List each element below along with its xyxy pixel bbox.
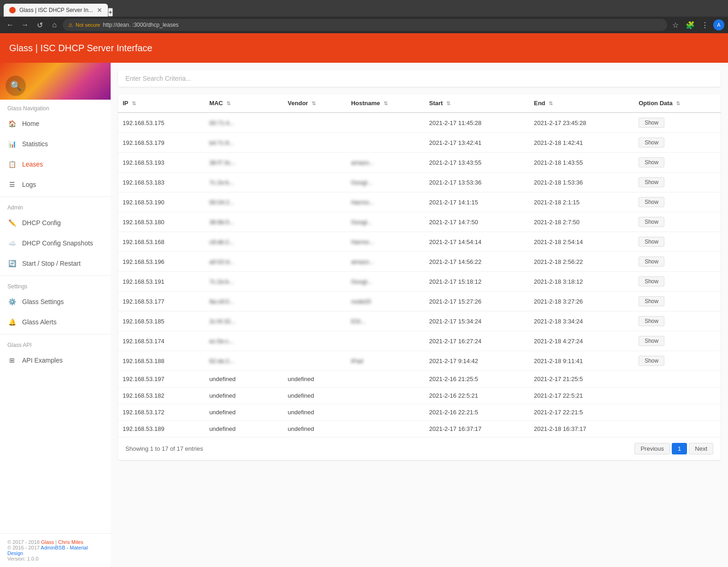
search-input[interactable] xyxy=(125,75,713,82)
cell-hostname xyxy=(346,404,424,421)
table-row: 192.168.53.197 undefined undefined 2021-… xyxy=(118,371,721,388)
hostname-sort-icon: ⇅ xyxy=(384,101,388,106)
show-option-button[interactable]: Show xyxy=(639,118,664,128)
new-tab-button[interactable]: + xyxy=(108,8,113,17)
col-ip[interactable]: IP ⇅ xyxy=(118,94,205,113)
table-row: 192.168.53.193 38:f7:3c... amazo... 2021… xyxy=(118,153,721,173)
col-start[interactable]: Start ⇅ xyxy=(425,94,529,113)
forward-button[interactable]: → xyxy=(18,18,31,31)
cell-vendor xyxy=(283,331,346,351)
col-vendor[interactable]: Vendor ⇅ xyxy=(283,94,346,113)
cell-mac: ec:0e:c... xyxy=(205,331,283,351)
cell-vendor xyxy=(283,153,346,173)
page-1-button[interactable]: 1 xyxy=(672,443,687,454)
cell-start: 2021-2-16 22:5:21 xyxy=(425,388,529,404)
cell-start: 2021-2-17 14:54:14 xyxy=(425,232,529,252)
cell-option-data[interactable]: Show xyxy=(634,173,721,192)
show-option-button[interactable]: Show xyxy=(639,197,664,207)
show-option-button[interactable]: Show xyxy=(639,257,664,267)
cell-vendor xyxy=(283,133,346,153)
sidebar-item-start-stop[interactable]: 🔄 Start / Stop / Restart xyxy=(0,253,111,274)
leases-table-container: IP ⇅ MAC ⇅ Vendor ⇅ Hostname ⇅ Start ⇅ E… xyxy=(118,94,721,460)
cell-option-data[interactable]: Show xyxy=(634,252,721,272)
cell-start: 2021-2-17 13:42:41 xyxy=(425,133,529,153)
table-row: 192.168.53.179 b4:7c:9... 2021-2-17 13:4… xyxy=(118,133,721,153)
cell-option-data[interactable]: Show xyxy=(634,232,721,252)
url-display: http://dean. :3000/dhcp_leases xyxy=(103,22,178,28)
cell-mac: 7c:2e:b... xyxy=(205,272,283,292)
cell-ip: 192.168.53.175 xyxy=(118,113,205,133)
cell-option-data[interactable]: Show xyxy=(634,153,721,173)
dhcp-snapshots-icon: ☁️ xyxy=(7,239,17,248)
col-hostname[interactable]: Hostname ⇅ xyxy=(346,94,424,113)
cell-option-data[interactable]: Show xyxy=(634,192,721,212)
cell-option-data[interactable]: Show xyxy=(634,212,721,232)
next-button[interactable]: Next xyxy=(689,443,713,454)
sidebar-search-button[interactable]: 🔍 xyxy=(6,76,26,96)
menu-button[interactable]: ⋮ xyxy=(698,18,711,31)
cell-option-data[interactable]: Show xyxy=(634,272,721,292)
cell-option-data[interactable]: Show xyxy=(634,113,721,133)
show-option-button[interactable]: Show xyxy=(639,237,664,247)
extensions-button[interactable]: 🧩 xyxy=(684,18,697,31)
col-option-data[interactable]: Option Data ⇅ xyxy=(634,94,721,113)
close-tab-button[interactable]: ✕ xyxy=(97,6,102,14)
cell-start: 2021-2-17 15:34:24 xyxy=(425,311,529,331)
sidebar-item-dhcp-config[interactable]: ✏️ DHCP Config xyxy=(0,213,111,233)
bookmark-button[interactable]: ☆ xyxy=(669,18,682,31)
refresh-button[interactable]: ↺ xyxy=(33,18,46,31)
cell-vendor: undefined xyxy=(283,371,346,388)
footer-chris-link[interactable]: Chris Miles xyxy=(58,539,83,545)
sidebar: 🔍 Glass Navigation 🏠 Home 📊 Statistics 📋… xyxy=(0,63,111,567)
col-mac[interactable]: MAC ⇅ xyxy=(205,94,283,113)
sidebar-item-leases[interactable]: 📋 Leases xyxy=(0,154,111,174)
sidebar-item-statistics[interactable]: 📊 Statistics xyxy=(0,134,111,154)
table-row: 192.168.53.196 a0:02:d... amazo... 2021-… xyxy=(118,252,721,272)
cell-hostname: node20 xyxy=(346,292,424,311)
home-button[interactable]: ⌂ xyxy=(48,18,61,31)
sidebar-item-glass-settings[interactable]: ⚙️ Glass Settings xyxy=(0,292,111,312)
footer-glass-link[interactable]: Glass xyxy=(41,539,54,545)
show-option-button[interactable]: Show xyxy=(639,177,664,187)
sidebar-item-glass-alerts[interactable]: 🔔 Glass Alerts xyxy=(0,312,111,332)
sidebar-divider-3 xyxy=(0,334,111,334)
show-option-button[interactable]: Show xyxy=(639,137,664,148)
table-row: 192.168.53.188 62:de:2... iPad 2021-2-17… xyxy=(118,351,721,371)
cell-end: 2021-2-18 2:1:15 xyxy=(529,192,634,212)
sidebar-item-home[interactable]: 🏠 Home xyxy=(0,113,111,134)
cell-option-data[interactable]: Show xyxy=(634,351,721,371)
show-option-button[interactable]: Show xyxy=(639,157,664,167)
sidebar-item-dhcp-snapshots[interactable]: ☁️ DHCP Config Snapshots xyxy=(0,233,111,253)
option-sort-icon: ⇅ xyxy=(676,101,680,106)
show-option-button[interactable]: Show xyxy=(639,296,664,306)
cell-vendor xyxy=(283,212,346,232)
show-option-button[interactable]: Show xyxy=(639,217,664,227)
back-button[interactable]: ← xyxy=(4,18,17,31)
cell-hostname: Googl... xyxy=(346,173,424,192)
table-footer: Showing 1 to 17 of 17 entries Previous 1… xyxy=(118,437,721,460)
sidebar-divider-2 xyxy=(0,275,111,276)
cell-option-data[interactable]: Show xyxy=(634,331,721,351)
cell-option-data[interactable]: Show xyxy=(634,311,721,331)
sidebar-item-logs[interactable]: ☰ Logs xyxy=(0,174,111,195)
cell-end: 2021-2-18 1:42:41 xyxy=(529,133,634,153)
cell-end: 2021-2-18 1:43:55 xyxy=(529,153,634,173)
cell-option-data[interactable]: Show xyxy=(634,292,721,311)
start-stop-icon: 🔄 xyxy=(7,259,17,268)
show-option-button[interactable]: Show xyxy=(639,276,664,286)
show-option-button[interactable]: Show xyxy=(639,316,664,326)
prev-button[interactable]: Previous xyxy=(634,443,670,454)
cell-mac: undefined xyxy=(205,404,283,421)
table-row: 192.168.53.168 c8:db:2... Harmo... 2021-… xyxy=(118,232,721,252)
browser-tabs: Glass | ISC DHCP Server In... ✕ + xyxy=(0,0,728,17)
show-option-button[interactable]: Show xyxy=(639,356,664,366)
user-avatar[interactable]: A xyxy=(713,19,724,30)
show-option-button[interactable]: Show xyxy=(639,336,664,346)
cell-option-data[interactable]: Show xyxy=(634,133,721,153)
table-row: 192.168.53.191 7c:2e:b... Googl... 2021-… xyxy=(118,272,721,292)
col-end[interactable]: End ⇅ xyxy=(529,94,634,113)
cell-ip: 192.168.53.189 xyxy=(118,421,205,437)
cell-hostname: Harmo... xyxy=(346,232,424,252)
address-bar[interactable]: ⚠ Not secure http://dean. :3000/dhcp_lea… xyxy=(63,19,667,31)
sidebar-item-api-examples[interactable]: ⊞ API Examples xyxy=(0,350,111,370)
